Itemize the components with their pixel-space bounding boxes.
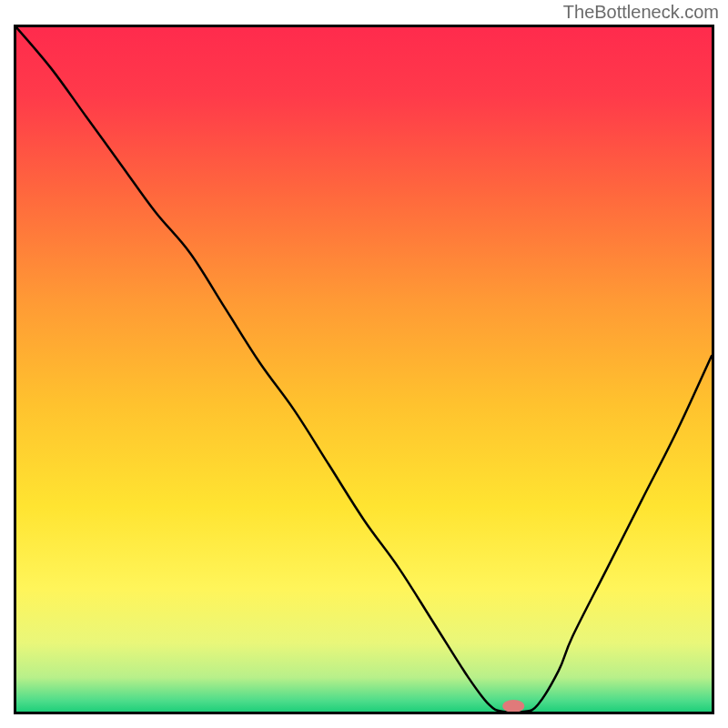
bottleneck-chart — [16, 27, 712, 712]
chart-frame — [14, 25, 714, 714]
gradient-background — [16, 27, 712, 712]
watermark-text: TheBottleneck.com — [563, 2, 719, 23]
